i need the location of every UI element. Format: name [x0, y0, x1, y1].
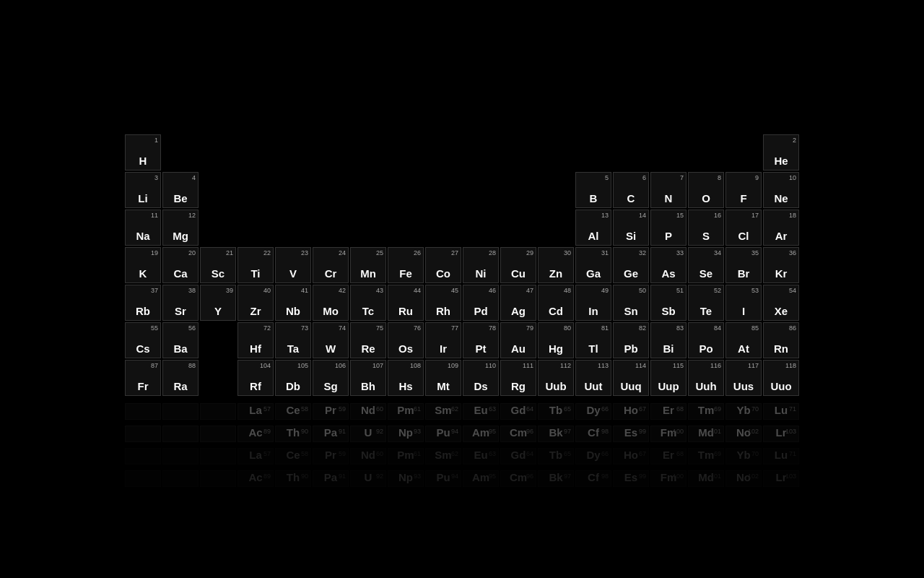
element-uuo[interactable]: 118Uuo	[763, 360, 799, 396]
element-yb[interactable]: 70Yb	[725, 403, 762, 420]
element-pd[interactable]: 46Pd	[463, 285, 499, 321]
element-lu[interactable]: 71Lu	[763, 403, 799, 420]
element-f[interactable]: 9F	[725, 172, 762, 208]
element-db[interactable]: 105Db	[275, 360, 311, 396]
element-uuq[interactable]: 114Uuq	[613, 360, 649, 396]
element-th[interactable]: 90Th	[275, 470, 311, 487]
element-pu[interactable]: 94Pu	[425, 426, 461, 442]
element-rf[interactable]: 104Rf	[237, 360, 274, 396]
element-pr[interactable]: 59Pr	[313, 403, 349, 420]
element-s[interactable]: 16S	[688, 210, 724, 246]
element-bk[interactable]: 97Bk	[538, 470, 574, 487]
element-cr[interactable]: 24Cr	[313, 247, 349, 283]
element-lr[interactable]: 103Lr	[763, 426, 799, 442]
element-si[interactable]: 14Si	[613, 210, 649, 246]
element-p[interactable]: 15P	[650, 210, 687, 246]
element-pa[interactable]: 91Pa	[313, 426, 349, 442]
element-ir[interactable]: 77Ir	[425, 322, 461, 358]
element-pu[interactable]: 94Pu	[425, 470, 461, 487]
element-sg[interactable]: 106Sg	[313, 360, 349, 396]
element-hs[interactable]: 108Hs	[388, 360, 424, 396]
element-at[interactable]: 85At	[725, 322, 762, 358]
element-ru[interactable]: 44Ru	[388, 285, 424, 321]
element-gd[interactable]: 64Gd	[500, 448, 536, 465]
element-nb[interactable]: 41Nb	[275, 285, 311, 321]
element-ce[interactable]: 58Ce	[275, 448, 311, 465]
element-er[interactable]: 68Er	[650, 403, 687, 420]
element-np[interactable]: 93Np	[388, 426, 424, 442]
element-zr[interactable]: 40Zr	[237, 285, 274, 321]
element-rb[interactable]: 37Rb	[125, 285, 161, 321]
element-as[interactable]: 33As	[650, 247, 687, 283]
element-uus[interactable]: 117Uus	[725, 360, 762, 396]
element-sb[interactable]: 51Sb	[650, 285, 687, 321]
element-uub[interactable]: 112Uub	[538, 360, 574, 396]
element-sm[interactable]: 62Sm	[425, 448, 461, 465]
element-cl[interactable]: 17Cl	[725, 210, 762, 246]
element-cm[interactable]: 96Cm	[500, 470, 536, 487]
element-cu[interactable]: 29Cu	[500, 247, 536, 283]
element-pr[interactable]: 59Pr	[313, 448, 349, 465]
element-cm[interactable]: 96Cm	[500, 426, 536, 442]
element-fm[interactable]: 100Fm	[650, 426, 687, 442]
element-he[interactable]: 2He	[763, 134, 799, 171]
element-o[interactable]: 8O	[688, 172, 724, 208]
element-ge[interactable]: 32Ge	[613, 247, 649, 283]
element-br[interactable]: 35Br	[725, 247, 762, 283]
element-nd[interactable]: 60Nd	[350, 448, 386, 465]
element-be[interactable]: 4Be	[162, 172, 199, 208]
element-ho[interactable]: 67Ho	[613, 403, 649, 420]
element-ac[interactable]: 89Ac	[237, 426, 274, 442]
element-na[interactable]: 11Na	[125, 210, 161, 246]
element-eu[interactable]: 63Eu	[463, 403, 499, 420]
element-pt[interactable]: 78Pt	[463, 322, 499, 358]
element-bh[interactable]: 107Bh	[350, 360, 386, 396]
element-tl[interactable]: 81Tl	[575, 322, 611, 358]
element-os[interactable]: 76Os	[388, 322, 424, 358]
element-yb[interactable]: 70Yb	[725, 448, 762, 465]
element-sm[interactable]: 62Sm	[425, 403, 461, 420]
element-in[interactable]: 49In	[575, 285, 611, 321]
element-li[interactable]: 3Li	[125, 172, 161, 208]
element-b[interactable]: 5B	[575, 172, 611, 208]
element-ga[interactable]: 31Ga	[575, 247, 611, 283]
element-mo[interactable]: 42Mo	[313, 285, 349, 321]
element-rn[interactable]: 86Rn	[763, 322, 799, 358]
element-la[interactable]: 57La	[237, 403, 274, 420]
element-ti[interactable]: 22Ti	[237, 247, 274, 283]
element-mt[interactable]: 109Mt	[425, 360, 461, 396]
element-po[interactable]: 84Po	[688, 322, 724, 358]
element-tm[interactable]: 69Tm	[688, 448, 724, 465]
element-fm[interactable]: 100Fm	[650, 470, 687, 487]
element-ra[interactable]: 88Ra	[162, 360, 199, 396]
element-re[interactable]: 75Re	[350, 322, 386, 358]
element-gd[interactable]: 64Gd	[500, 403, 536, 420]
element-h[interactable]: 1H	[125, 134, 161, 171]
element-c[interactable]: 6C	[613, 172, 649, 208]
element-co[interactable]: 27Co	[425, 247, 461, 283]
element-dy[interactable]: 66Dy	[575, 448, 611, 465]
element-no[interactable]: 102No	[725, 470, 762, 487]
element-ho[interactable]: 67Ho	[613, 448, 649, 465]
element-tb[interactable]: 65Tb	[538, 403, 574, 420]
element-ac[interactable]: 89Ac	[237, 470, 274, 487]
element-th[interactable]: 90Th	[275, 426, 311, 442]
element-sc[interactable]: 21Sc	[200, 247, 236, 283]
element-pm[interactable]: 61Pm	[388, 403, 424, 420]
element-la[interactable]: 57La	[237, 448, 274, 465]
element-sn[interactable]: 50Sn	[613, 285, 649, 321]
element-xe[interactable]: 54Xe	[763, 285, 799, 321]
element-ba[interactable]: 56Ba	[162, 322, 199, 358]
element-mn[interactable]: 25Mn	[350, 247, 386, 283]
element-zn[interactable]: 30Zn	[538, 247, 574, 283]
element-nd[interactable]: 60Nd	[350, 403, 386, 420]
element-am[interactable]: 95Am	[463, 426, 499, 442]
element-kr[interactable]: 36Kr	[763, 247, 799, 283]
element-ta[interactable]: 73Ta	[275, 322, 311, 358]
element-bk[interactable]: 97Bk	[538, 426, 574, 442]
element-uut[interactable]: 113Uut	[575, 360, 611, 396]
element-md[interactable]: 101Md	[688, 470, 724, 487]
element-k[interactable]: 19K	[125, 247, 161, 283]
element-se[interactable]: 34Se	[688, 247, 724, 283]
element-tm[interactable]: 69Tm	[688, 403, 724, 420]
